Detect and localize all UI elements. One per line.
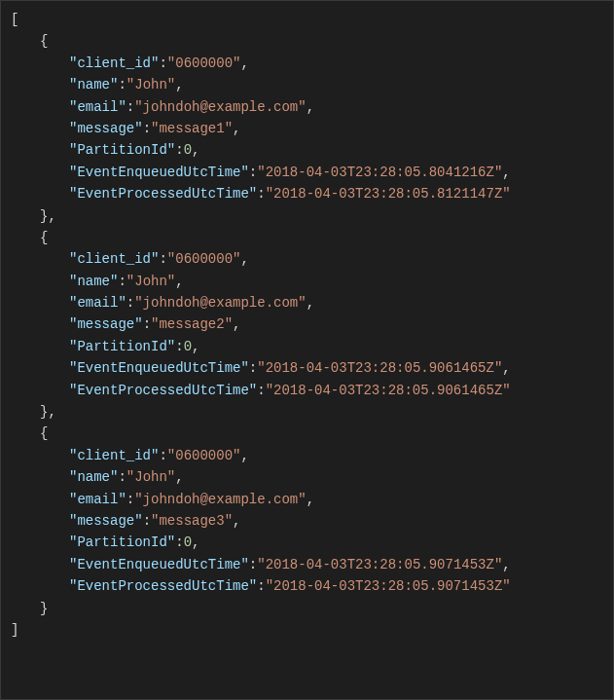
colon: : xyxy=(118,274,126,289)
bracket-open: [ xyxy=(11,12,18,27)
comma: , xyxy=(192,142,199,158)
comma: , xyxy=(240,251,248,267)
colon: : xyxy=(126,492,134,507)
colon: : xyxy=(175,142,183,158)
json-key: "EventEnqueuedUtcTime" xyxy=(69,557,249,572)
comma: , xyxy=(192,339,199,354)
json-value: "johndoh@example.com" xyxy=(134,295,306,311)
comma: , xyxy=(502,360,510,376)
json-field: "PartitionId":0, xyxy=(11,139,603,161)
colon: : xyxy=(143,316,151,332)
json-value: "2018-04-03T23:28:05.8121147Z" xyxy=(266,186,511,202)
json-value: 0 xyxy=(184,142,192,158)
bracket-close: ] xyxy=(11,622,18,638)
colon: : xyxy=(159,448,166,463)
comma: , xyxy=(233,121,240,136)
json-key: "message" xyxy=(69,513,143,529)
json-key: "email" xyxy=(69,492,126,507)
json-field: "EventEnqueuedUtcTime":"2018-04-03T23:28… xyxy=(11,162,603,183)
json-key: "name" xyxy=(69,77,118,92)
array-open: [ xyxy=(11,9,603,30)
json-value: "0600000" xyxy=(167,251,241,267)
json-field: "message":"message2", xyxy=(11,313,603,335)
comma: , xyxy=(192,534,199,550)
array-close: ] xyxy=(11,619,603,641)
json-field: "client_id":"0600000", xyxy=(11,248,603,270)
comma: , xyxy=(233,316,240,332)
comma: , xyxy=(175,77,183,92)
json-value: "message1" xyxy=(151,121,233,136)
json-key: "EventProcessedUtcTime" xyxy=(69,383,257,398)
json-value: "John" xyxy=(126,77,175,92)
comma: , xyxy=(175,274,183,289)
colon: : xyxy=(175,339,183,354)
json-field: "client_id":"0600000", xyxy=(11,53,603,74)
json-value: "2018-04-03T23:28:05.9061465Z" xyxy=(257,360,502,376)
json-field: "EventProcessedUtcTime":"2018-04-03T23:2… xyxy=(11,575,603,597)
colon: : xyxy=(249,557,257,572)
json-key: "EventProcessedUtcTime" xyxy=(69,186,257,202)
comma: , xyxy=(307,295,314,311)
json-value: "johndoh@example.com" xyxy=(134,99,306,115)
json-key: "email" xyxy=(69,295,126,311)
colon: : xyxy=(143,121,151,136)
colon: : xyxy=(175,534,183,550)
json-key: "email" xyxy=(69,99,126,115)
object-close: }, xyxy=(11,401,603,423)
colon: : xyxy=(249,165,257,180)
json-value: "2018-04-03T23:28:05.9071453Z" xyxy=(257,557,502,572)
comma: , xyxy=(502,165,510,180)
colon: : xyxy=(143,513,151,529)
brace-close: } xyxy=(40,601,48,616)
json-field: "message":"message3", xyxy=(11,510,603,532)
brace-open: { xyxy=(40,425,48,441)
json-field: "email":"johndoh@example.com", xyxy=(11,292,603,313)
json-key: "EventEnqueuedUtcTime" xyxy=(69,165,249,180)
json-key: "client_id" xyxy=(69,251,159,267)
json-field: "email":"johndoh@example.com", xyxy=(11,96,603,118)
colon: : xyxy=(118,469,126,485)
json-value: "2018-04-03T23:28:05.9061465Z" xyxy=(266,383,511,398)
json-field: "name":"John", xyxy=(11,74,603,95)
colon: : xyxy=(126,99,134,115)
json-value: "message3" xyxy=(151,513,233,529)
json-key: "message" xyxy=(69,121,143,136)
json-value: "John" xyxy=(126,274,175,289)
json-field: "PartitionId":0, xyxy=(11,336,603,357)
json-field: "client_id":"0600000", xyxy=(11,445,603,466)
json-field: "EventProcessedUtcTime":"2018-04-03T23:2… xyxy=(11,183,603,204)
object-open: { xyxy=(11,30,603,52)
json-field: "name":"John", xyxy=(11,271,603,292)
colon: : xyxy=(249,360,257,376)
colon: : xyxy=(159,251,166,267)
json-key: "PartitionId" xyxy=(69,339,175,354)
json-key: "PartitionId" xyxy=(69,142,175,158)
json-field: "EventEnqueuedUtcTime":"2018-04-03T23:28… xyxy=(11,554,603,575)
colon: : xyxy=(118,77,126,92)
json-field: "email":"johndoh@example.com", xyxy=(11,489,603,510)
comma: , xyxy=(233,513,240,529)
json-key: "message" xyxy=(69,316,143,332)
comma: , xyxy=(502,557,510,572)
json-value: "John" xyxy=(126,469,175,485)
json-value: "2018-04-03T23:28:05.8041216Z" xyxy=(257,165,502,180)
json-key: "client_id" xyxy=(69,448,159,463)
json-key: "EventProcessedUtcTime" xyxy=(69,578,257,594)
json-value: 0 xyxy=(184,339,192,354)
json-value: "0600000" xyxy=(167,448,241,463)
colon: : xyxy=(257,578,265,594)
json-field: "message":"message1", xyxy=(11,118,603,139)
object-open: { xyxy=(11,227,603,248)
json-key: "name" xyxy=(69,469,118,485)
json-key: "EventEnqueuedUtcTime" xyxy=(69,360,249,376)
brace-close: }, xyxy=(40,208,56,224)
colon: : xyxy=(159,55,166,71)
brace-open: { xyxy=(40,230,48,245)
object-close: }, xyxy=(11,205,603,227)
json-value: "2018-04-03T23:28:05.9071453Z" xyxy=(266,578,511,594)
object-open: { xyxy=(11,423,603,444)
comma: , xyxy=(240,448,248,463)
json-editor[interactable]: [{"client_id":"0600000","name":"John","e… xyxy=(1,1,613,648)
json-key: "PartitionId" xyxy=(69,534,175,550)
json-key: "name" xyxy=(69,274,118,289)
